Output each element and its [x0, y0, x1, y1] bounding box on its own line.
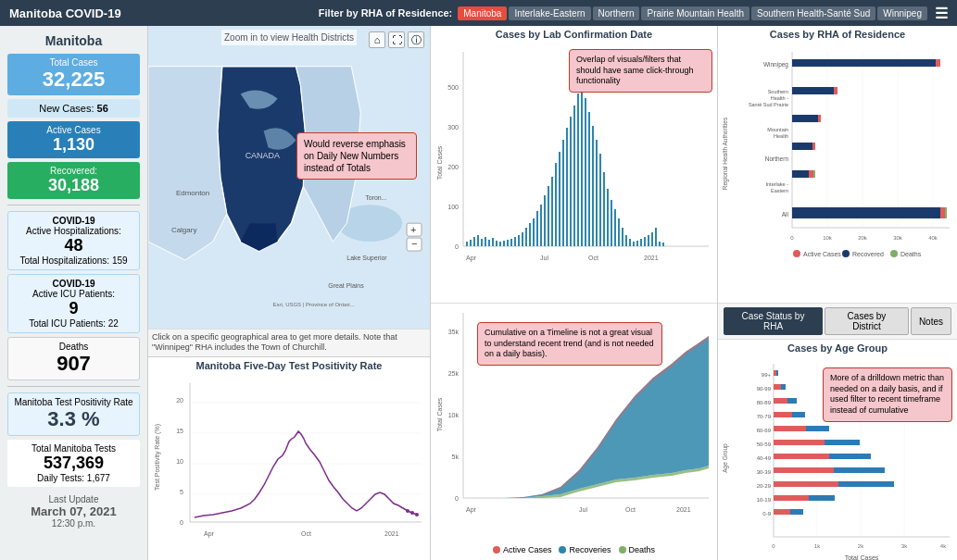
svg-text:15: 15	[176, 428, 183, 434]
overlap-annotation: Overlap of visuals/filters that should h…	[569, 49, 712, 93]
svg-rect-143	[940, 207, 945, 218]
app-title: Manitoba COVID-19	[9, 6, 319, 20]
svg-rect-80	[618, 218, 620, 246]
svg-text:90-99: 90-99	[757, 386, 772, 392]
tab-notes[interactable]: Notes	[911, 307, 951, 335]
svg-rect-67	[570, 117, 572, 246]
svg-text:Deaths: Deaths	[900, 251, 922, 257]
province-title: Manitoba	[7, 33, 140, 48]
svg-rect-59	[540, 205, 542, 246]
svg-rect-72	[588, 112, 590, 246]
svg-rect-163	[774, 370, 776, 376]
svg-text:200: 200	[447, 164, 459, 170]
svg-rect-91	[659, 242, 661, 246]
svg-rect-140	[809, 170, 813, 178]
svg-rect-86	[640, 239, 642, 246]
cumulative-annotation: Cumulative on a Timeline is not a great …	[477, 322, 662, 366]
svg-rect-138	[812, 143, 815, 150]
svg-text:100: 100	[447, 204, 459, 210]
svg-rect-88	[648, 235, 649, 246]
recoveries-dot	[559, 546, 566, 554]
svg-rect-164	[776, 370, 778, 376]
svg-rect-87	[644, 237, 646, 246]
svg-rect-193	[774, 509, 790, 515]
map-icons: ⌂ ⛶ ⓘ	[369, 31, 424, 48]
svg-rect-82	[625, 235, 627, 246]
new-cases-block: New Cases: 56	[7, 99, 140, 118]
svg-rect-63	[555, 163, 557, 246]
total-cases-label: Total Cases	[13, 57, 134, 68]
svg-text:5k: 5k	[452, 454, 460, 460]
rha-chart-title: Cases by RHA of Residence	[718, 26, 957, 43]
svg-text:Active Cases: Active Cases	[803, 251, 841, 257]
svg-text:Apr: Apr	[466, 506, 477, 514]
svg-rect-85	[636, 241, 638, 246]
menu-icon[interactable]: ☰	[935, 5, 948, 22]
map-info-icon[interactable]: ⓘ	[408, 31, 424, 48]
svg-rect-185	[834, 467, 885, 473]
svg-text:20-29: 20-29	[757, 483, 772, 489]
total-hosp-text: Total Hospitalizations: 159	[14, 255, 133, 266]
svg-rect-62	[551, 177, 553, 246]
svg-rect-141	[813, 170, 815, 178]
total-cases-value: 32,225	[13, 68, 134, 92]
svg-rect-44	[485, 237, 486, 246]
total-cases-block: Total Cases 32,225	[7, 54, 140, 95]
rha-bar-svg: Regional Health Authorities 0 10k 20k 30…	[718, 43, 957, 265]
svg-rect-142	[792, 207, 940, 218]
svg-rect-172	[774, 412, 792, 417]
active-cases-block: Active Cases 1,130	[7, 121, 140, 158]
recovered-label: Recovered:	[13, 166, 134, 176]
active-dot	[493, 546, 500, 554]
svg-text:Eastern: Eastern	[771, 188, 788, 193]
positivity-label: Manitoba Test Positivity Rate	[14, 397, 133, 407]
new-cases-label: New Cases:	[39, 103, 94, 114]
map-footer: Click on a specific geographical area to…	[148, 329, 430, 356]
svg-text:Health -: Health -	[771, 95, 788, 101]
map-home-icon[interactable]: ⌂	[369, 31, 385, 48]
deaths-dot	[619, 546, 626, 554]
tests-block: Total Manitoba Tests 537,369 Daily Tests…	[7, 440, 140, 487]
svg-rect-39	[466, 242, 468, 246]
svg-text:Winnipeg: Winnipeg	[763, 61, 788, 68]
tab-case-status[interactable]: Case Status by RHA	[724, 307, 823, 335]
svg-rect-57	[533, 218, 535, 246]
map-visual[interactable]: Zoom in to view Health Districts ⌂ ⛶ ⓘ	[148, 26, 430, 329]
svg-rect-90	[655, 228, 657, 246]
new-cases-value: 56	[97, 103, 108, 114]
svg-text:Santé Sud Prairie: Santé Sud Prairie	[749, 102, 788, 107]
svg-rect-131	[792, 59, 936, 67]
tab-cases-district[interactable]: Cases by District	[825, 307, 909, 335]
rha-btn-interlake[interactable]: Interlake-Eastern	[509, 6, 590, 20]
age-chart: Cases by Age Group Age Group 0 1k 2k 3k …	[718, 340, 957, 560]
svg-rect-179	[825, 440, 860, 445]
rha-btn-prairie[interactable]: Prairie Mountain Health	[641, 6, 749, 20]
rha-btn-winnipeg[interactable]: Winnipeg	[877, 6, 927, 20]
svg-rect-60	[544, 195, 546, 246]
svg-rect-77	[607, 189, 609, 246]
svg-text:Jul: Jul	[540, 255, 548, 261]
svg-text:Total Cases: Total Cases	[436, 397, 443, 431]
covid-hosp-label: COVID-19	[14, 216, 133, 226]
rha-btn-southern[interactable]: Southern Health-Santé Sud	[751, 6, 875, 20]
svg-text:0: 0	[180, 519, 183, 526]
map-expand-icon[interactable]: ⛶	[388, 31, 405, 48]
active-hosp-label: Active Hospitalizations:	[14, 226, 133, 236]
svg-rect-182	[829, 454, 871, 459]
svg-text:40k: 40k	[928, 235, 938, 241]
svg-text:1k: 1k	[814, 543, 821, 549]
svg-text:5: 5	[180, 489, 183, 495]
icu-block: COVID-19 Active ICU Patients: 9 Total IC…	[7, 274, 140, 333]
svg-text:0-9: 0-9	[762, 511, 771, 516]
svg-text:Age Group: Age Group	[722, 443, 729, 473]
svg-rect-71	[585, 98, 586, 246]
svg-rect-55	[525, 228, 527, 246]
positivity-block: Manitoba Test Positivity Rate 3.3 %	[7, 392, 140, 436]
rha-btn-manitoba[interactable]: Manitoba	[458, 6, 507, 20]
svg-rect-75	[599, 154, 601, 246]
svg-text:35k: 35k	[448, 329, 460, 335]
active-icu-label: Active ICU Patients:	[14, 289, 133, 299]
legend-recoveries: Recoveries	[559, 545, 611, 554]
svg-rect-64	[559, 152, 560, 246]
rha-btn-northern[interactable]: Northern	[593, 6, 640, 20]
